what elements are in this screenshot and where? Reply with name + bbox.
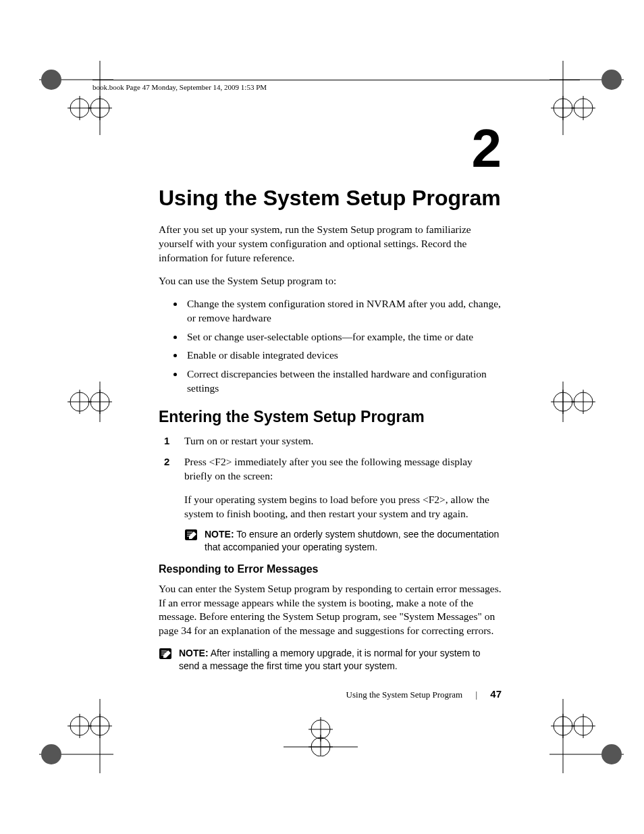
bullet-item: Correct discrepancies between the instal… xyxy=(184,367,502,396)
svg-point-5 xyxy=(41,70,61,90)
bullet-item: Set or change user-selectable options—fo… xyxy=(184,330,502,344)
bullet-item: Enable or disable integrated devices xyxy=(184,348,502,363)
page-footer: Using the System Setup Program | 47 xyxy=(159,688,502,700)
subsection-heading-responding: Responding to Error Messages xyxy=(159,563,502,575)
note-text: NOTE: To ensure an orderly system shutdo… xyxy=(205,528,502,554)
page-content: 2 Using the System Setup Program After y… xyxy=(159,122,502,679)
intro-paragraph-2: You can use the System Setup program to: xyxy=(159,274,502,288)
step-item: 2Press <F2> immediately after you see th… xyxy=(159,455,502,484)
crop-mark-bottom-center xyxy=(284,716,358,756)
crop-mark-top-left xyxy=(39,61,113,135)
chapter-number: 2 xyxy=(159,122,502,176)
responding-paragraph: You can enter the System Setup program b… xyxy=(159,582,502,639)
note-block: NOTE: After installing a memory upgrade,… xyxy=(159,647,502,673)
page-number: 47 xyxy=(490,688,502,700)
footer-title: Using the System Setup Program xyxy=(346,689,463,700)
note-text: NOTE: After installing a memory upgrade,… xyxy=(179,647,502,673)
step-continuation: If your operating system begins to load … xyxy=(184,493,502,521)
svg-point-37 xyxy=(41,744,61,764)
crop-mark-mid-left xyxy=(39,382,113,422)
bullet-item: Change the system configuration stored i… xyxy=(184,297,502,325)
note-icon xyxy=(159,648,172,662)
running-header: book.book Page 47 Monday, September 14, … xyxy=(92,83,267,91)
intro-bullet-list: Change the system configuration stored i… xyxy=(159,297,502,396)
crop-mark-top-right xyxy=(549,61,624,135)
chapter-title: Using the System Setup Program xyxy=(159,186,502,211)
note-block: NOTE: To ensure an orderly system shutdo… xyxy=(184,528,502,554)
step-text: Turn on or restart your system. xyxy=(184,435,313,446)
intro-paragraph-1: After you set up your system, run the Sy… xyxy=(159,223,502,265)
crop-mark-bottom-left xyxy=(39,699,113,773)
steps-list: 1Turn on or restart your system. 2Press … xyxy=(159,434,502,484)
note-icon xyxy=(184,529,198,544)
header-rule xyxy=(92,80,580,80)
step-item: 1Turn on or restart your system. xyxy=(159,434,502,448)
crop-mark-bottom-right xyxy=(549,699,624,773)
footer-separator: | xyxy=(475,689,477,700)
step-text: Press <F2> immediately after you see the… xyxy=(184,456,473,481)
crop-mark-mid-right xyxy=(549,382,624,422)
svg-point-14 xyxy=(601,70,622,90)
svg-point-53 xyxy=(601,744,622,764)
section-heading-entering: Entering the System Setup Program xyxy=(159,408,502,426)
